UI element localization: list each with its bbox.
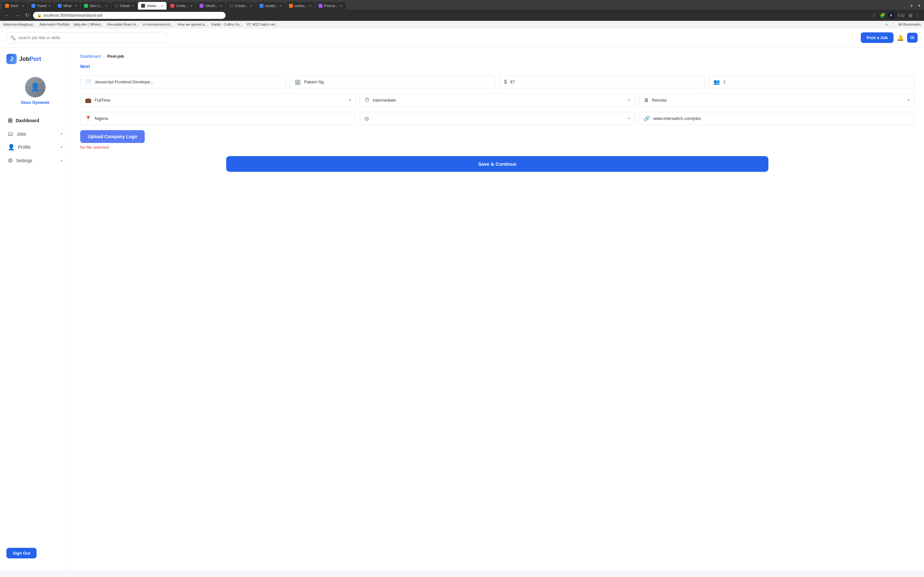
bookmark-item[interactable]: Kadet - Collins En... (212, 23, 242, 26)
form-row-1: 📄 🏢 $ 👥 (80, 75, 914, 89)
bookmark-item[interactable]: d-commerce/src/c... (143, 23, 174, 26)
sidebar-profile-label: Profile (18, 145, 31, 150)
breadcrumb-current: Post-job (107, 54, 124, 59)
search-input[interactable] (6, 32, 167, 43)
user-section: 👤 Seun Oyewole (0, 72, 70, 110)
browser-chrome: fetch ✕ Travel ✕ What ✕ Sam C... ✕ OAuth… (0, 0, 924, 28)
browser-actions: ☆ 🧩 A 5.62 ⊞ ⋮ (872, 12, 921, 19)
tab-close-button[interactable]: ✕ (190, 4, 192, 8)
category-select[interactable] (372, 116, 625, 121)
post-job-button[interactable]: Post a Job (861, 32, 893, 43)
user-name: Seun Oyewole (21, 100, 49, 105)
tab-close-button[interactable]: ✕ (48, 4, 51, 8)
bookmark-item[interactable]: daily.dev | Where... (73, 23, 103, 26)
tab-close-button[interactable]: ✕ (22, 4, 24, 8)
url-text: localhost:3000/dashboard/post-job (44, 13, 102, 18)
tab-close-button[interactable]: ✕ (309, 4, 312, 8)
bookmark-item[interactable]: Ademola Adegbuyi... (3, 23, 36, 26)
browser-tab[interactable]: OAuth... ✕ (196, 2, 225, 10)
bookmark-item[interactable]: Ademola's Portfolio (39, 23, 69, 26)
new-tab-button[interactable]: + (908, 3, 916, 9)
browser-tab[interactable]: Create... ✕ (226, 2, 256, 10)
reload-button[interactable]: ↻ (24, 11, 31, 19)
experience-select[interactable]: Intermediate Junior Senior (373, 98, 625, 103)
tab-close-button[interactable]: ✕ (220, 4, 222, 8)
location-field: 📍 (80, 112, 356, 125)
browser-tab[interactable]: Prisma... ✕ (315, 2, 345, 10)
bookmark-item[interactable]: How we gained a... (178, 23, 208, 26)
tab-label: What (63, 4, 71, 8)
tab-close-button[interactable]: ✕ (132, 4, 134, 8)
sidebar-item-settings[interactable]: ⚙ Settings ▾ (0, 154, 70, 167)
browser-tab[interactable]: auther... ✕ (286, 2, 315, 10)
tab-close-button[interactable]: ✕ (279, 4, 282, 8)
vacancies-input[interactable] (723, 79, 909, 84)
tab-close-button[interactable]: ✕ (105, 4, 107, 8)
mail-button[interactable]: ✉ (907, 33, 918, 43)
form-row-3: 📍 ◎ ▾ 🔗 (80, 112, 914, 125)
sidebar: J JobPort 👤 Seun Oyewole ⊞ Dashboard 🗂 J… (0, 47, 71, 570)
app-header: 🔍 Post a Job 🔔 ✉ (0, 28, 924, 47)
job-title-input[interactable] (95, 79, 281, 84)
upload-section: Upload Company Logo No file selected (80, 130, 914, 150)
bookmark-item[interactable]: Reusable React H... (107, 23, 139, 26)
profile-nav-icon: 👤 (8, 143, 15, 151)
tab-favicon (58, 4, 61, 8)
tab-close-button[interactable]: ✕ (161, 4, 163, 8)
breadcrumb-dashboard-link[interactable]: Dashboard (80, 54, 101, 59)
company-icon: 🏢 (294, 79, 301, 85)
profile-icon[interactable]: A (888, 12, 895, 19)
browser-tab[interactable]: invalid... ✕ (256, 2, 285, 10)
website-field: 🔗 (639, 112, 914, 125)
sidebar-settings-label: Settings (16, 158, 32, 163)
tab-close-button[interactable]: ✕ (74, 4, 77, 8)
upload-logo-button[interactable]: Upload Company Logo (80, 130, 145, 143)
browser-tab[interactable]: fetch ✕ (2, 2, 27, 10)
extension-icon[interactable]: 🧩 (879, 12, 886, 19)
sidebar-item-dashboard[interactable]: ⊞ Dashboard (0, 114, 70, 127)
experience-arrow-icon: ▾ (628, 98, 630, 102)
browser-tab[interactable]: What ✕ (55, 2, 80, 10)
all-bookmarks-button[interactable]: All Bookmarks (898, 23, 921, 26)
more-icon[interactable]: ⋮ (915, 12, 921, 19)
sidebar-nav: ⊞ Dashboard 🗂 Jobs ▾ 👤 Profile ▾ ⚙ Setti… (0, 111, 70, 542)
browser-tab[interactable]: Jobbe... ✕ (138, 2, 166, 10)
dashboard-icon: ⊞ (8, 117, 13, 124)
browser-tab[interactable]: OAuth ✕ (111, 2, 137, 10)
work-mode-select[interactable]: Remote Hybrid On-site (652, 98, 905, 103)
bookmark-item[interactable]: YC W22 batch net... (246, 23, 278, 26)
settings-icon: ⚙ (8, 157, 13, 164)
browser-tab[interactable]: Travel ✕ (28, 2, 54, 10)
website-input[interactable] (653, 116, 909, 121)
next-button[interactable]: Next (80, 64, 90, 69)
tab-close-button[interactable]: ✕ (250, 4, 252, 8)
sign-out-button[interactable]: Sign Out (6, 548, 37, 558)
bookmark-star-icon[interactable]: ☆ (872, 12, 877, 19)
company-input[interactable] (304, 79, 491, 84)
main-layout: J JobPort 👤 Seun Oyewole ⊞ Dashboard 🗂 J… (0, 47, 924, 570)
tab-favicon (5, 4, 9, 8)
address-bar[interactable]: 🔒 localhost:3000/dashboard/post-job (33, 12, 226, 19)
job-type-select[interactable]: FullTime PartTime Contract (95, 98, 346, 103)
browser-tab[interactable]: Crede... ✕ (167, 2, 196, 10)
bookmarks-bar: Ademola Adegbuyi...Ademola's Portfolioda… (0, 21, 924, 28)
location-input[interactable] (95, 116, 351, 121)
side-panel-icon[interactable]: ⊞ (908, 12, 913, 19)
sidebar-logo: J JobPort (0, 54, 70, 71)
tab-close-button[interactable]: ✕ (340, 4, 342, 8)
forward-button[interactable]: → (13, 12, 21, 19)
breadcrumb: Dashboard › Post-job (80, 54, 914, 59)
save-continue-button[interactable]: Save & Continue (226, 156, 768, 172)
tab-label: invalid... (265, 4, 278, 8)
tab-overflow-button[interactable]: ▾ (916, 3, 922, 8)
salary-input[interactable] (510, 79, 700, 84)
notifications-button[interactable]: 🔔 (897, 34, 904, 41)
address-bar-row: ← → ↻ 🔒 localhost:3000/dashboard/post-jo… (0, 10, 924, 21)
salary-field: $ (499, 75, 705, 89)
sidebar-item-jobs[interactable]: 🗂 Jobs ▾ (0, 127, 70, 140)
browser-tab[interactable]: Sam C... ✕ (81, 2, 111, 10)
tab-label: OAuth... (205, 4, 218, 8)
back-button[interactable]: ← (3, 12, 11, 19)
sidebar-item-profile[interactable]: 👤 Profile ▾ (0, 140, 70, 154)
bookmarks-more-button[interactable]: » (886, 23, 888, 26)
